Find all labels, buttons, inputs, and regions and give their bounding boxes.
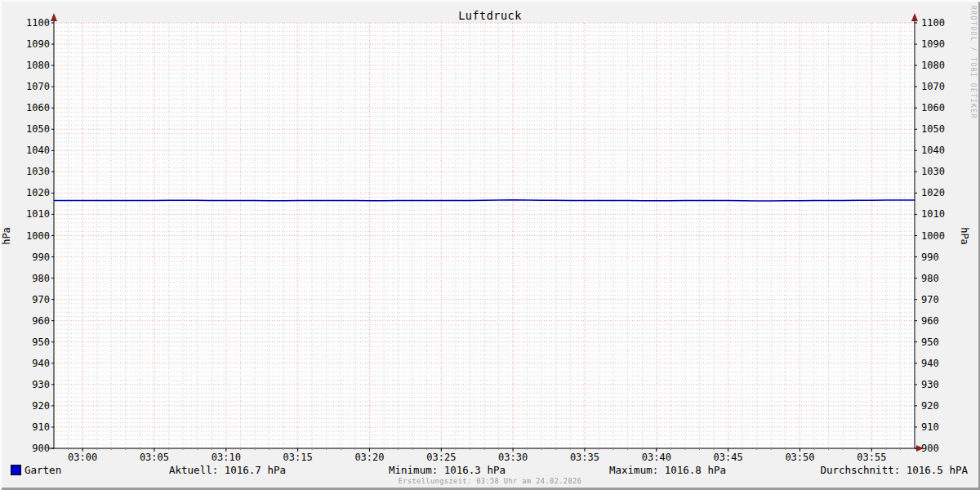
y-tick-label-left: 980 xyxy=(32,273,50,284)
plot-area: 9009009109109209209309309409409509509609… xyxy=(0,0,980,490)
y-tick-label-right: 1020 xyxy=(921,187,945,198)
x-tick-label: 03:10 xyxy=(212,452,241,463)
y-tick-label-left: 990 xyxy=(32,252,50,263)
y-tick-label-right: 970 xyxy=(921,294,939,305)
y-axis-unit-right: hPa xyxy=(959,227,970,245)
y-tick-label-left: 1040 xyxy=(26,145,50,156)
y-tick-label-right: 1060 xyxy=(921,102,945,114)
legend-series-label: Garten xyxy=(24,464,61,476)
rrdtool-pressure-graph: Luftdruck 900900910910920920930930940940… xyxy=(0,0,980,490)
y-tick-label-left: 1000 xyxy=(26,230,50,242)
y-tick-label-right: 980 xyxy=(921,273,939,284)
y-axis-unit-left: hPa xyxy=(1,227,12,245)
y-axis-arrow-left xyxy=(51,13,57,21)
legend-swatch-garten xyxy=(11,465,21,475)
y-tick-label-right: 1090 xyxy=(921,38,945,50)
y-tick-label-left: 1060 xyxy=(26,102,50,114)
y-tick-label-right: 1010 xyxy=(921,208,945,220)
y-tick-label-left: 960 xyxy=(32,315,50,327)
y-tick-label-left: 1020 xyxy=(26,187,50,198)
y-tick-label-right: 1100 xyxy=(921,17,945,29)
rrdtool-watermark: RRDTOOL / TOBI OETIKER xyxy=(969,6,977,119)
y-tick-label-left: 950 xyxy=(32,336,50,348)
y-tick-label-right: 1050 xyxy=(921,123,945,135)
y-tick-label-right: 990 xyxy=(921,252,939,263)
x-tick-label: 03:40 xyxy=(642,452,671,463)
y-tick-label-left: 900 xyxy=(32,443,50,454)
y-tick-label-left: 1090 xyxy=(26,38,50,50)
y-tick-label-right: 920 xyxy=(921,400,939,412)
y-tick-label-left: 910 xyxy=(32,421,50,433)
y-tick-label-left: 1070 xyxy=(26,81,50,92)
y-tick-label-right: 1030 xyxy=(921,166,945,177)
stat-average: Durchschnitt: 1016.5 hPA xyxy=(820,464,968,476)
y-tick-label-left: 970 xyxy=(32,294,50,305)
legend: Garten Aktuell: 1016.7 hPa Minimum: 1016… xyxy=(0,464,980,477)
stat-maximum: Maximum: 1016.8 hPa xyxy=(609,464,726,476)
y-tick-label-right: 910 xyxy=(921,421,939,433)
x-tick-label: 03:20 xyxy=(354,452,384,463)
creation-timestamp: Erstellungszeit: 03:58 Uhr am 24.02.2026 xyxy=(0,477,980,485)
y-tick-label-left: 930 xyxy=(32,379,50,390)
y-tick-label-right: 930 xyxy=(921,379,939,390)
y-axis-arrow-right xyxy=(911,13,918,21)
x-tick-label: 03:25 xyxy=(426,452,456,463)
y-tick-label-right: 1070 xyxy=(921,81,945,92)
x-tick-label: 03:50 xyxy=(785,452,814,463)
x-tick-label: 03:35 xyxy=(570,452,599,463)
y-tick-label-right: 960 xyxy=(921,315,939,327)
y-tick-label-left: 940 xyxy=(32,358,50,369)
x-tick-label: 03:00 xyxy=(68,452,97,463)
x-tick-label: 03:55 xyxy=(857,452,886,463)
y-tick-label-right: 1040 xyxy=(921,145,945,156)
y-tick-label-left: 1080 xyxy=(26,60,50,71)
y-tick-label-left: 1010 xyxy=(26,208,50,220)
x-tick-label: 03:05 xyxy=(140,452,169,463)
stat-minimum: Minimum: 1016.3 hPa xyxy=(389,464,506,476)
y-tick-label-left: 1050 xyxy=(26,123,50,135)
x-tick-label: 03:45 xyxy=(714,452,743,463)
y-tick-label-right: 900 xyxy=(921,443,939,454)
y-tick-label-left: 1030 xyxy=(26,166,50,177)
y-tick-label-right: 1000 xyxy=(921,230,945,242)
stat-current: Aktuell: 1016.7 hPa xyxy=(169,464,286,476)
y-tick-label-right: 1080 xyxy=(921,60,945,71)
y-tick-label-right: 940 xyxy=(921,358,939,369)
x-tick-label: 03:30 xyxy=(498,452,528,463)
y-tick-label-right: 950 xyxy=(921,336,939,348)
x-tick-label: 03:15 xyxy=(283,452,313,463)
y-tick-label-left: 1100 xyxy=(26,17,50,29)
y-tick-label-left: 920 xyxy=(32,400,50,412)
